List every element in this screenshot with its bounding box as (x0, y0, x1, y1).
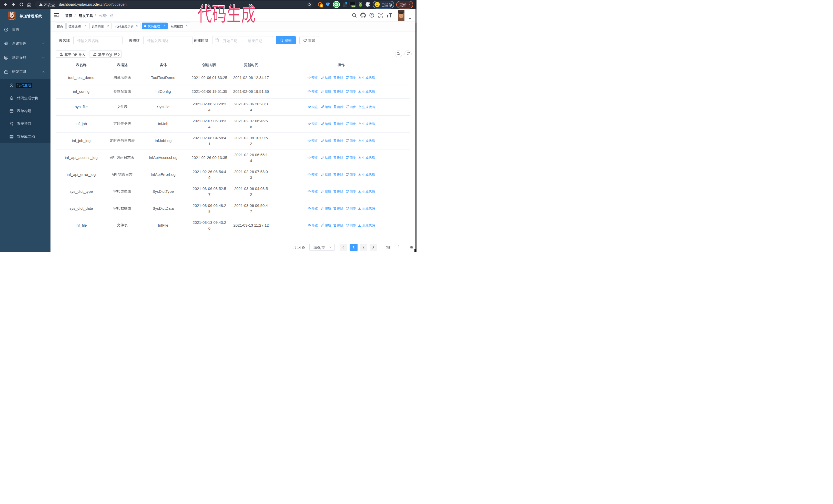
svg-text:1: 1 (321, 5, 322, 7)
svg-text:on: on (352, 5, 355, 7)
svg-text:?: ? (371, 14, 373, 17)
